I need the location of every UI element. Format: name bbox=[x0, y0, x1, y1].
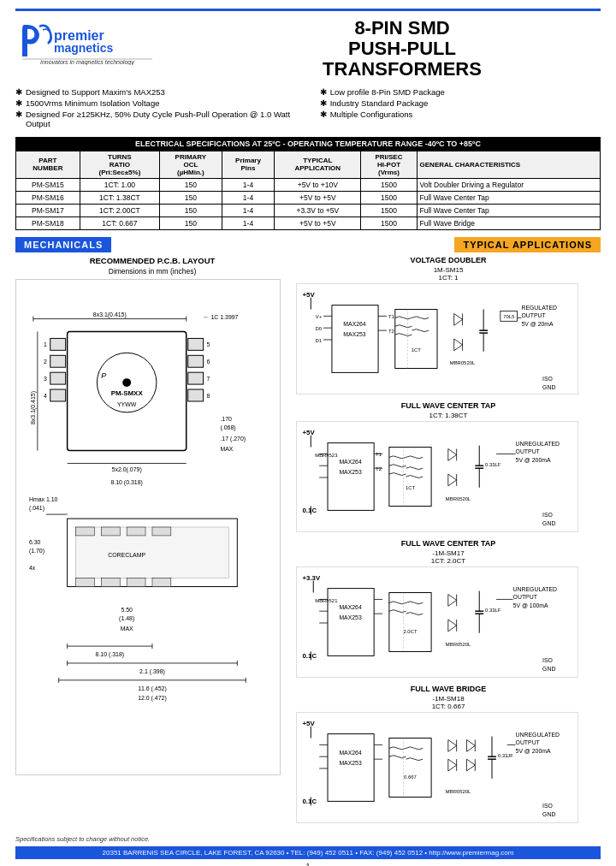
svg-marker-127 bbox=[448, 474, 457, 486]
svg-text:+5V: +5V bbox=[302, 719, 315, 727]
circuit-svg-3: +3.3V 0.1C MAX264 MAX253 bbox=[296, 566, 578, 678]
circuit-fwct-2: FULL WAVE CENTER TAP -1M-SM171CT: 2.0CT … bbox=[296, 539, 601, 679]
circuit-subtitle-1: 1M-SM151CT: 1 bbox=[296, 266, 601, 282]
bullet-right-3: ✱ Multiple Configurations bbox=[320, 110, 601, 119]
svg-text:6: 6 bbox=[207, 359, 210, 365]
title-area: 8-PIN SMD PUSH-PULL TRANSFORMERS bbox=[204, 18, 601, 80]
svg-text:1: 1 bbox=[44, 341, 47, 347]
logo-svg: premier magnetics innovators in magnetic… bbox=[15, 18, 161, 65]
cell-hipot-2: 1500 bbox=[361, 191, 417, 204]
svg-text:YYWW: YYWW bbox=[117, 400, 137, 406]
circuit-title-4: FULL WAVE BRIDGE bbox=[296, 685, 601, 693]
svg-text:← 1C 1.3997: ← 1C 1.3997 bbox=[204, 313, 239, 319]
cell-ocl-4: 150 bbox=[160, 216, 222, 229]
cell-app-2: +5V to +5V bbox=[275, 191, 361, 204]
svg-text:T2: T2 bbox=[388, 329, 394, 334]
col-header-hipot: PRI/SECHI-POT(Vrms) bbox=[361, 151, 417, 178]
svg-text:5: 5 bbox=[207, 341, 210, 347]
bullet-right-2: ✱ Industry Standard Package bbox=[320, 98, 601, 108]
svg-text:MAX264: MAX264 bbox=[339, 604, 362, 610]
svg-text:ISO: ISO bbox=[542, 803, 553, 809]
title-line3: TRANSFORMERS bbox=[204, 59, 601, 80]
cell-turns-1: 1CT: 1.00 bbox=[80, 178, 159, 191]
svg-text:ISO: ISO bbox=[542, 657, 553, 663]
cell-pins-2: 1-4 bbox=[222, 191, 274, 204]
svg-text:OUTPUT: OUTPUT bbox=[521, 312, 546, 318]
svg-marker-193 bbox=[466, 739, 475, 751]
bullet-left-1: ✱ Designed to Support Maxim's MAX253 bbox=[15, 87, 296, 97]
svg-text:5V @ 20mA: 5V @ 20mA bbox=[521, 321, 554, 327]
svg-text:UNREGULATED: UNREGULATED bbox=[513, 585, 557, 591]
svg-text:0.1C: 0.1C bbox=[302, 507, 317, 514]
svg-text:D0: D0 bbox=[316, 326, 323, 331]
page-number: 1 bbox=[15, 862, 601, 866]
svg-text:6.30: 6.30 bbox=[29, 538, 41, 544]
svg-rect-18 bbox=[188, 338, 204, 350]
svg-text:5V @ 200mA: 5V @ 200mA bbox=[516, 457, 551, 463]
svg-text:MAX: MAX bbox=[220, 445, 233, 451]
table-row: PM-SM17 1CT: 2.00CT 150 1-4 +3.3V to +5V… bbox=[16, 204, 601, 216]
svg-text:GND: GND bbox=[542, 811, 555, 817]
svg-text:ISO: ISO bbox=[542, 512, 553, 518]
svg-text:1CT: 1CT bbox=[406, 484, 416, 489]
cell-general-1: Volt Doubler Driving a Regulator bbox=[417, 178, 600, 191]
svg-text:8: 8 bbox=[207, 393, 210, 399]
svg-text:(1.48): (1.48) bbox=[119, 615, 134, 622]
svg-text:12.0 (.472): 12.0 (.472) bbox=[138, 694, 167, 701]
svg-text:8.10 (.318): 8.10 (.318) bbox=[96, 651, 125, 658]
svg-rect-55 bbox=[152, 578, 171, 586]
circuit-title-1: VOLTAGE DOUBLER bbox=[296, 256, 601, 264]
svg-text:0.1C: 0.1C bbox=[302, 798, 317, 805]
svg-text:magnetics: magnetics bbox=[54, 41, 113, 55]
svg-marker-93 bbox=[454, 339, 463, 351]
svg-text:(.068): (.068) bbox=[220, 424, 235, 430]
cell-ocl-1: 150 bbox=[160, 178, 222, 191]
svg-text:T1: T1 bbox=[388, 314, 394, 319]
cell-hipot-1: 1500 bbox=[361, 178, 417, 191]
bullets-left: ✱ Designed to Support Maxim's MAX253 ✱ 1… bbox=[15, 87, 296, 130]
svg-marker-195 bbox=[466, 759, 475, 771]
circuit-svg-2: +5V 0.1C MAX264 MAX253 T1 T2 bbox=[296, 421, 578, 532]
svg-marker-191 bbox=[448, 759, 457, 771]
svg-rect-88 bbox=[395, 309, 437, 368]
left-panel: RECOMMENDED P.C.B. LAYOUT Dimensions in … bbox=[15, 256, 289, 830]
mechanicals-label: MECHANICALS bbox=[15, 237, 111, 252]
svg-text:11.6 (.452): 11.6 (.452) bbox=[138, 685, 167, 691]
cell-part-4: PM-SM18 bbox=[16, 216, 80, 229]
pcb-diagram: 8x3.1(0.415) ← 1C 1.3997 1 2 3 4 bbox=[15, 279, 281, 775]
svg-text:ISO: ISO bbox=[542, 376, 553, 382]
circuit-subtitle-3: -1M-SM171CT: 2.0CT bbox=[296, 549, 601, 565]
svg-text:Hmax 1.10: Hmax 1.10 bbox=[29, 496, 58, 502]
svg-text:CORECLAMP: CORECLAMP bbox=[108, 551, 145, 557]
svg-text:GND: GND bbox=[542, 384, 555, 390]
svg-rect-49 bbox=[101, 527, 120, 536]
svg-text:MBR0520L: MBR0520L bbox=[446, 788, 471, 793]
svg-text:+5V: +5V bbox=[302, 428, 315, 436]
circuit-subtitle-4: -1M-SM181CT: 0.667 bbox=[296, 695, 601, 710]
svg-rect-54 bbox=[127, 578, 145, 586]
svg-text:P: P bbox=[101, 371, 106, 380]
svg-text:3: 3 bbox=[44, 376, 47, 382]
svg-text:OUTPUT: OUTPUT bbox=[513, 594, 538, 600]
bullet-left-3: ✱ Designed For ≥125KHz, 50% Duty Cycle P… bbox=[15, 110, 296, 128]
svg-text:MBR0520L: MBR0520L bbox=[446, 641, 471, 646]
circuit-svg-4: +5V 0.1C MAX264 MAX253 bbox=[296, 712, 578, 823]
svg-text:8x3.1(0.415): 8x3.1(0.415) bbox=[30, 391, 37, 424]
title-line2: PUSH-PULL bbox=[204, 39, 601, 59]
svg-text:1CT: 1CT bbox=[412, 347, 422, 352]
cell-part-3: PM-SM17 bbox=[16, 204, 80, 216]
svg-text:2.0CT: 2.0CT bbox=[403, 628, 417, 633]
svg-rect-11 bbox=[50, 355, 66, 367]
circuit-fwct-1: FULL WAVE CENTER TAP 1CT: 1.38CT +5V 0.1… bbox=[296, 401, 601, 534]
svg-text:MBR0520L: MBR0520L bbox=[446, 495, 471, 501]
svg-text:MAX264: MAX264 bbox=[343, 321, 366, 327]
cell-pins-1: 1-4 bbox=[222, 178, 274, 191]
svg-text:MBR#523: MBR#523 bbox=[315, 453, 338, 458]
svg-marker-91 bbox=[454, 313, 463, 325]
svg-rect-178 bbox=[328, 733, 374, 801]
cell-ocl-3: 150 bbox=[160, 204, 222, 216]
cell-app-3: +3.3V to +5V bbox=[275, 204, 361, 216]
svg-marker-125 bbox=[448, 448, 457, 460]
svg-text:8.10 (0.318): 8.10 (0.318) bbox=[110, 479, 142, 486]
svg-rect-53 bbox=[101, 578, 120, 586]
